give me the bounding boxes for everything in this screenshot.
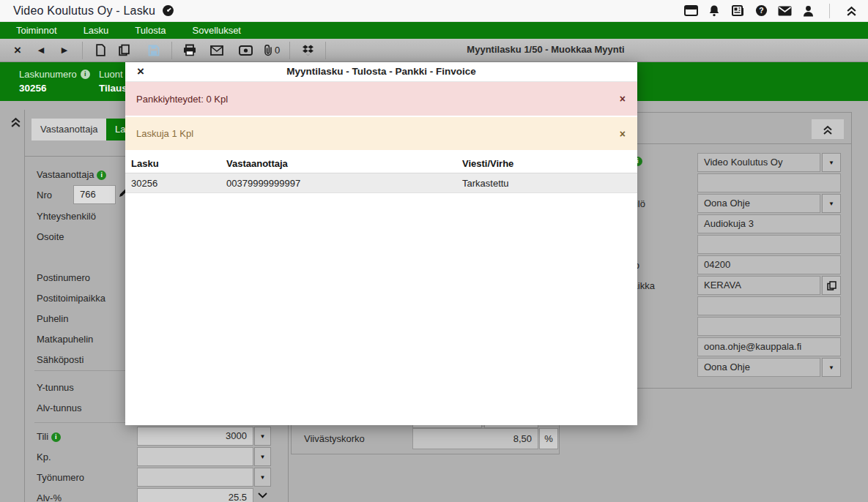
menu-sovellukset[interactable]: Sovellukset (179, 22, 254, 39)
dropbox-icon[interactable] (300, 42, 316, 59)
contact-select[interactable]: Oona Ohje (697, 194, 820, 213)
recipient-section-label: Vastaanottaja i (37, 169, 106, 180)
label-kp: Kp. (37, 452, 51, 462)
company-dropdown-button[interactable]: ▼ (822, 153, 841, 172)
table-row[interactable]: 30256 00379999999997 Tarkastettu (125, 173, 637, 193)
copy-document-icon[interactable] (116, 42, 132, 59)
email-icon[interactable] (209, 42, 225, 59)
invoice-number-value: 30256 (19, 83, 47, 94)
finvoice-modal: × Myyntilasku - Tulosta - Pankki - Finvo… (125, 62, 637, 425)
label-sahkoposti: Sähköposti (37, 354, 84, 365)
invoice-result-table: Lasku Vastaanottaja Viesti/Virhe 30256 0… (125, 154, 637, 193)
prev-record-button[interactable]: ◀ (33, 42, 49, 59)
contact-dropdown-button[interactable]: ▼ (822, 194, 841, 213)
empty-field[interactable] (697, 235, 841, 254)
notifications-bell-icon[interactable] (706, 3, 722, 19)
collapse-chevrons-icon[interactable] (843, 3, 859, 19)
alert-close-icon[interactable]: × (620, 128, 626, 140)
middle-panel-border (291, 454, 560, 454)
collapse-right-panel-icon[interactable] (812, 119, 844, 139)
info-icon[interactable]: i (51, 432, 61, 442)
label-alvtunnus: Alv-tunnus (37, 402, 81, 413)
menu-toiminnot[interactable]: Toiminnot (3, 22, 70, 39)
right-panel-border (851, 112, 852, 389)
nro-label: Nro (37, 190, 52, 201)
label-ytunnus: Y-tunnus (37, 382, 74, 393)
empty-field[interactable] (697, 173, 841, 192)
address-input[interactable]: Audiokuja 3 (697, 214, 841, 233)
tyonumero-dropdown-button[interactable]: ▼ (254, 468, 271, 487)
window-icon[interactable] (683, 3, 699, 19)
print-icon[interactable] (182, 42, 198, 59)
user-icon[interactable] (800, 3, 816, 19)
tyonumero-input[interactable] (137, 468, 253, 487)
column-header: Vastaanottaja (226, 158, 462, 169)
empty-field[interactable] (697, 296, 841, 315)
label-postitoimipaikka: Postitoimipaikka (37, 293, 105, 304)
email-input[interactable]: oona.ohje@kauppala.fi (697, 337, 841, 356)
cell-vastaanottaja: 00379999999997 (226, 178, 462, 189)
info-icon[interactable]: i (81, 70, 90, 79)
label-osoite: Osoite (37, 231, 64, 242)
nro-input[interactable]: 766 (73, 185, 116, 204)
info-icon[interactable]: i (97, 171, 106, 180)
contact2-select[interactable]: Oona Ohje (697, 358, 820, 377)
toolbar-title: Myyntilasku 1/50 - Muokkaa Myynti (467, 44, 624, 55)
phone-input[interactable] (697, 317, 841, 336)
viivastyskorko-input[interactable]: 8,50 (412, 428, 538, 449)
kp-dropdown-button[interactable]: ▼ (254, 447, 271, 466)
toolbar: × ◀ ▶ 0 (0, 39, 868, 62)
save-icon[interactable] (146, 42, 162, 59)
label-postinumero: Postinumero (37, 272, 90, 283)
cell-lasku: 30256 (125, 178, 226, 189)
tab-vastaanottaja[interactable]: Vastaanottaja (31, 119, 107, 141)
label-tili: Tili i (37, 431, 61, 442)
alert-close-icon[interactable]: × (620, 93, 626, 105)
label-alv-prosentti: Alv-% (37, 492, 62, 502)
invoices-alert: Laskuja 1 Kpl × (125, 117, 637, 150)
app-window: Video Koulutus Oy - Lasku ? (0, 0, 868, 502)
city-input[interactable]: KERAVA (697, 276, 820, 295)
titlebar-divider (829, 4, 830, 18)
collapse-left-panel-icon[interactable] (7, 113, 23, 130)
attachment-count: 0 (275, 45, 280, 56)
titlebar-actions: ? (683, 3, 868, 19)
modal-title: Myyntilasku - Tulosta - Pankki - Finvoic… (125, 66, 637, 77)
kp-input[interactable] (137, 447, 253, 466)
cash-icon[interactable] (237, 42, 253, 59)
cell-viesti: Tarkastettu (462, 178, 637, 189)
alv-select-chevron-icon[interactable] (254, 488, 271, 502)
attachments-paperclip-icon[interactable]: 0 (263, 42, 280, 59)
menu-lasku[interactable]: Lasku (70, 22, 122, 39)
alv-select[interactable]: 25.5 (137, 488, 253, 502)
tili-dropdown-button[interactable]: ▼ (254, 427, 271, 446)
contact2-dropdown-button[interactable]: ▼ (822, 358, 841, 377)
tili-input[interactable]: 3000 (137, 427, 253, 446)
modal-header: × Myyntilasku - Tulosta - Pankki - Finvo… (125, 62, 637, 82)
bank-connections-alert: Pankkiyhteydet: 0 Kpl × (125, 82, 637, 116)
table-header-row: Lasku Vastaanottaja Viesti/Virhe (125, 154, 637, 173)
label-puhelin: Puhelin (37, 313, 68, 324)
copy-city-button[interactable] (822, 276, 841, 295)
alert-text: Laskuja 1 Kpl (136, 128, 193, 139)
left-panel-border (24, 110, 25, 502)
menu-tulosta[interactable]: Tulosta (122, 22, 179, 39)
toolbar-separator (82, 42, 83, 59)
created-label: Luont (99, 69, 123, 80)
titlebar: Video Koulutus Oy - Lasku ? (0, 0, 868, 22)
alert-text: Pankkiyhteydet: 0 Kpl (136, 94, 228, 105)
close-record-button[interactable]: × (10, 42, 26, 59)
menubar: Toiminnot Lasku Tulosta Sovellukset (0, 22, 868, 39)
toolbar-separator (289, 42, 290, 59)
company-select[interactable]: Video Koulutus Oy (697, 153, 820, 172)
order-label: Tilaus (99, 83, 127, 94)
label-matkapuhelin: Matkapuhelin (37, 334, 93, 345)
svg-text:?: ? (759, 7, 763, 15)
news-icon[interactable] (730, 3, 746, 19)
label-tyonumero: Työnumero (37, 472, 84, 483)
new-document-icon[interactable] (92, 42, 108, 59)
next-record-button[interactable]: ▶ (56, 42, 73, 59)
mail-icon[interactable] (776, 3, 793, 19)
postal-code-input[interactable]: 04200 (697, 255, 841, 274)
help-icon[interactable]: ? (753, 3, 769, 19)
